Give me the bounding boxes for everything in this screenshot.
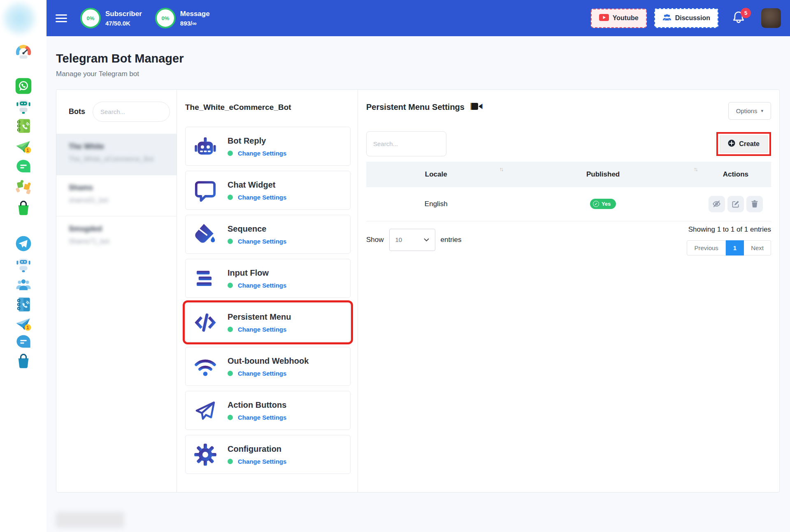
telegram-icon[interactable] — [15, 235, 32, 252]
whatsapp-icon[interactable] — [15, 77, 32, 95]
bot-username: shams01_bot — [69, 197, 172, 204]
feature-card-outbound-webhook[interactable]: Out-bound Webhook Change Settings — [185, 347, 351, 386]
bot-username: The_White_eCommerce_Bot — [69, 156, 172, 163]
dashboard-icon[interactable] — [15, 42, 32, 60]
feature-name: Persistent Menu — [228, 312, 291, 322]
delete-button[interactable] — [746, 196, 763, 212]
edit-button[interactable] — [727, 196, 744, 212]
whatsapp-broadcast-icon[interactable]: 1 — [15, 138, 32, 156]
whatsapp-store-icon[interactable] — [15, 200, 32, 217]
bot-reply-icon — [194, 135, 217, 158]
feature-name: Bot Reply — [228, 136, 286, 146]
bot-username: Shams71_bot — [69, 238, 172, 245]
bot-list-item[interactable]: Shams shams01_bot — [56, 175, 177, 216]
menu-toggle-icon[interactable] — [56, 14, 67, 22]
telegram-contacts-icon[interactable] — [15, 296, 32, 313]
menu-search-input[interactable] — [366, 131, 446, 156]
entries-per-page-value: 10 — [395, 236, 402, 243]
change-settings-link[interactable]: Change Settings — [238, 326, 286, 333]
whatsapp-bot-manager-icon[interactable] — [15, 98, 32, 115]
discussion-button[interactable]: Discussion — [654, 8, 718, 28]
input-flow-icon — [194, 267, 217, 290]
message-stat-value: 893/∞ — [180, 20, 210, 27]
integrations-icon[interactable] — [15, 179, 32, 196]
change-settings-link[interactable]: Change Settings — [238, 238, 286, 245]
feature-card-action-buttons[interactable]: Action Buttons Change Settings — [185, 391, 351, 430]
eye-slash-icon — [712, 200, 721, 208]
bot-list-item[interactable]: The White The_White_eCommerce_Bot — [56, 134, 177, 175]
change-settings-link[interactable]: Change Settings — [238, 458, 286, 465]
bots-search-input[interactable] — [93, 102, 170, 122]
telegram-live-chat-icon[interactable] — [15, 333, 32, 351]
bot-features-column: The_White_eCommerce_Bot Bot Reply — [177, 90, 358, 492]
next-page-button[interactable]: Next — [744, 240, 771, 256]
feature-card-input-flow[interactable]: Input Flow Change Settings — [185, 259, 351, 298]
settings-panel-title: Persistent Menu Settings — [366, 102, 465, 112]
status-dot — [228, 415, 233, 420]
message-stat-label: Message — [180, 10, 210, 18]
bot-list-item[interactable]: Smsgded Shams71_bot — [56, 216, 177, 257]
hide-button[interactable] — [709, 196, 725, 212]
whatsapp-contacts-icon[interactable] — [15, 117, 32, 135]
feature-card-bot-reply[interactable]: Bot Reply Change Settings — [185, 127, 351, 166]
previous-page-button[interactable]: Previous — [687, 240, 725, 256]
configuration-icon — [194, 443, 217, 466]
change-settings-link[interactable]: Change Settings — [238, 414, 286, 421]
notification-count-badge: 5 — [741, 8, 751, 18]
actions-cell — [700, 187, 771, 221]
sort-icon: ↑↓ — [499, 166, 502, 172]
column-label: Locale — [425, 170, 447, 178]
main-content: Telegram Bot Manager Manage your Telegra… — [46, 36, 790, 532]
feature-name: Action Buttons — [228, 400, 286, 410]
status-dot — [228, 371, 233, 376]
bots-panel-title: Bots — [69, 107, 85, 116]
user-avatar[interactable] — [761, 8, 781, 28]
message-stat: 0% Message 893/∞ — [155, 8, 210, 28]
app-sidebar: 1 — [0, 0, 46, 532]
change-settings-link[interactable]: Change Settings — [238, 370, 286, 377]
top-header: 0% Subscriber 47/50.0K 0% Message 893/∞ … — [46, 0, 790, 36]
create-button-label: Create — [739, 140, 760, 148]
entries-per-page-select[interactable]: 10 — [389, 229, 435, 251]
locale-cell: English — [366, 187, 506, 221]
feature-card-sequence[interactable]: Sequence Change Settings — [185, 215, 351, 254]
options-button[interactable]: Options ▾ — [728, 102, 771, 120]
svg-text:1: 1 — [26, 148, 29, 153]
edit-icon — [732, 200, 740, 208]
feature-name: Sequence — [228, 224, 286, 234]
svg-text:1: 1 — [26, 325, 29, 330]
column-header-published[interactable]: Published ↑↓ — [506, 162, 700, 187]
locales-table: Locale ↑↓ Published ↑↓ Actions — [366, 162, 771, 221]
page-subtitle: Manage your Telegram bot — [56, 70, 780, 78]
telegram-store-icon[interactable] — [15, 353, 32, 370]
table-row: English ✓ Yes — [366, 187, 771, 221]
chat-widget-icon — [194, 179, 217, 202]
change-settings-link[interactable]: Change Settings — [238, 194, 286, 201]
status-dot — [228, 239, 233, 244]
change-settings-link[interactable]: Change Settings — [238, 150, 286, 157]
telegram-group-icon[interactable] — [15, 276, 32, 293]
published-cell: ✓ Yes — [506, 187, 700, 221]
notifications-button[interactable]: 5 — [732, 11, 745, 26]
column-header-locale[interactable]: Locale ↑↓ — [366, 162, 506, 187]
create-button[interactable]: Create — [720, 135, 768, 153]
change-settings-link[interactable]: Change Settings — [238, 282, 286, 289]
message-progress-ring: 0% — [155, 8, 176, 28]
page-1-button[interactable]: 1 — [726, 240, 744, 256]
plus-circle-icon — [728, 139, 735, 149]
youtube-icon — [599, 14, 609, 23]
feature-card-chat-widget[interactable]: Chat Widget Change Settings — [185, 171, 351, 210]
video-tutorial-icon[interactable] — [470, 102, 483, 112]
feature-card-configuration[interactable]: Configuration Change Settings — [185, 435, 351, 474]
options-button-label: Options — [736, 107, 757, 114]
whatsapp-live-chat-icon[interactable] — [15, 158, 32, 175]
column-label: Actions — [723, 170, 748, 178]
feature-card-persistent-menu[interactable]: Persistent Menu Change Settings — [185, 303, 351, 342]
status-dot — [228, 195, 233, 200]
feature-name: Configuration — [228, 444, 286, 454]
youtube-button[interactable]: Youtube — [591, 9, 647, 28]
subscriber-stat-value: 47/50.0K — [105, 20, 142, 27]
bot-name: Smsgded — [69, 225, 172, 233]
telegram-broadcast-icon[interactable]: 1 — [15, 316, 32, 333]
telegram-bot-manager-icon[interactable] — [15, 256, 32, 273]
